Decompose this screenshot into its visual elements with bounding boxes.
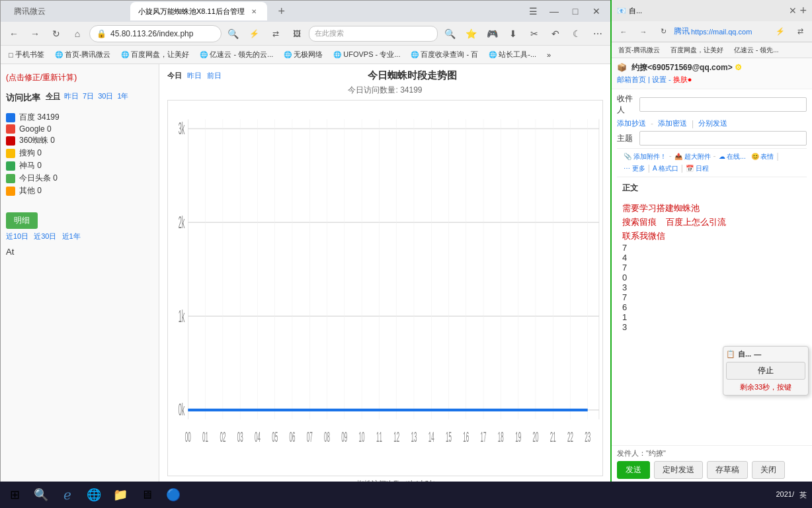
- near-tab-30[interactable]: 近30日: [34, 232, 56, 241]
- bookmark-mobile[interactable]: □ 手机书签: [5, 48, 48, 61]
- ext-icon-1[interactable]: ⚡: [245, 24, 264, 43]
- qq-forward-btn[interactable]: →: [634, 22, 653, 41]
- win-min-icon[interactable]: —: [545, 2, 563, 21]
- home-button[interactable]: ⌂: [68, 24, 87, 43]
- undo-icon[interactable]: ↶: [546, 24, 565, 43]
- tab-close-icon[interactable]: ✕: [249, 6, 259, 17]
- cc-link[interactable]: 添加抄送: [617, 118, 646, 128]
- translate-icon[interactable]: ⇄: [266, 24, 285, 43]
- qq-lightning-icon[interactable]: ⚡: [771, 22, 790, 41]
- qq-tab-add-icon[interactable]: +: [799, 4, 807, 18]
- qq-address-bar[interactable]: https://mail.qq.com: [691, 28, 770, 36]
- address-bar[interactable]: 🔒 45.80.113.26/index.php: [89, 25, 222, 42]
- at-text: At: [6, 247, 153, 257]
- date-tab-7[interactable]: 7日: [83, 91, 94, 101]
- taskbar-ie[interactable]: ℯ: [56, 483, 79, 507]
- skin-link[interactable]: 换肤●: [673, 75, 692, 83]
- address-text: 45.80.113.26/index.php: [110, 29, 193, 38]
- auto-type-stop-button[interactable]: 停止: [726, 362, 805, 380]
- win-close-icon[interactable]: ✕: [587, 2, 606, 21]
- settings-link[interactable]: 设置: [652, 75, 667, 83]
- super-attach-btn[interactable]: 📤 超大附件: [673, 151, 712, 162]
- download-icon[interactable]: ⬇: [504, 24, 522, 43]
- taskbar-explorer[interactable]: 📁: [108, 483, 132, 507]
- qq-back-btn[interactable]: ←: [614, 22, 633, 41]
- separate-link[interactable]: 分别发送: [698, 118, 727, 128]
- qq-tab-close-icon[interactable]: ✕: [789, 5, 797, 16]
- detail-button[interactable]: 明细: [6, 212, 38, 229]
- bookmark-yisu[interactable]: 🌐 亿速云 - 领先的云...: [196, 48, 277, 61]
- to-input[interactable]: [639, 97, 807, 112]
- chart-tab-yesterday[interactable]: 昨日: [187, 71, 202, 81]
- tab-tencent-cloud[interactable]: 腾讯微云: [6, 2, 125, 21]
- taskbar-app2[interactable]: 🔵: [161, 483, 185, 507]
- menu-icon[interactable]: ⋯: [589, 24, 607, 43]
- chart-container: 3k 2k 1k 0k: [167, 100, 603, 476]
- legend-color-baidu: [6, 113, 15, 122]
- user-avatar: 📦: [617, 63, 627, 72]
- chart-tab-before[interactable]: 前日: [207, 71, 222, 81]
- search-field[interactable]: 在此搜索: [309, 26, 438, 42]
- search-button[interactable]: 🔍: [224, 24, 243, 43]
- compose-body[interactable]: 需要学习搭建蜘蛛池 搜索留痕 百度上怎么引流 联系我微信 7 4 7 0 3 7…: [617, 199, 807, 441]
- more-btn[interactable]: ⋯ 更多: [622, 163, 647, 174]
- send-button[interactable]: 发送: [617, 461, 650, 479]
- win-max-icon[interactable]: □: [566, 2, 585, 21]
- win-menu-icon[interactable]: ☰: [524, 2, 542, 21]
- date-tab-1y[interactable]: 1年: [117, 91, 128, 101]
- bookmark-more[interactable]: »: [543, 50, 555, 60]
- qq-nav-icon[interactable]: ⇄: [791, 22, 809, 41]
- ext-icon-5[interactable]: 🎮: [483, 24, 501, 43]
- qq-refresh-btn[interactable]: ↻: [654, 22, 672, 41]
- chart-tab-today[interactable]: 今日: [167, 71, 182, 81]
- ext-icon-4[interactable]: ⭐: [462, 24, 480, 43]
- bookmark-webmaster[interactable]: 🌐 站长工具-...: [485, 48, 540, 61]
- date-tab-today[interactable]: 今日: [46, 91, 60, 101]
- save-draft-button[interactable]: 存草稿: [707, 461, 748, 479]
- qq-bookmark-pan[interactable]: 百度网盘，让美好: [667, 44, 727, 56]
- calendar-btn[interactable]: 📅 日程: [684, 163, 710, 174]
- taskbar-search[interactable]: 🔍: [29, 483, 53, 507]
- near-tab-1y[interactable]: 近1年: [62, 232, 81, 241]
- svg-text:12: 12: [393, 429, 399, 445]
- svg-text:04: 04: [255, 429, 261, 445]
- legend-label-360: 360蜘蛛 0: [19, 135, 55, 146]
- attach-btn[interactable]: 📎 添加附件！: [622, 151, 668, 162]
- close-button[interactable]: 关闭: [752, 461, 785, 479]
- date-tab-30[interactable]: 30日: [98, 91, 113, 101]
- format-btn[interactable]: A 格式口: [651, 163, 680, 174]
- bcc-link[interactable]: 添加密送: [658, 118, 687, 128]
- date-tab-yesterday[interactable]: 昨日: [64, 91, 79, 101]
- qq-tab-label: 自...: [629, 6, 642, 16]
- legend-toutiao: 今日头条 0: [6, 173, 153, 184]
- online-btn[interactable]: ☁ 在线...: [717, 151, 747, 162]
- bookmark-wuji[interactable]: 🌐 无极网络: [280, 48, 327, 61]
- tab-spider-admin[interactable]: 小旋风万能蜘蛛池X8.11后台管理 ✕: [130, 2, 267, 21]
- forward-button[interactable]: →: [26, 24, 44, 43]
- search-submit-icon[interactable]: 🔍: [440, 24, 459, 43]
- emoji-btn[interactable]: 😊 表情: [750, 151, 776, 162]
- near-tab-10[interactable]: 近10日: [6, 232, 28, 241]
- taskbar-app1[interactable]: 🖥: [135, 483, 159, 507]
- back-button[interactable]: ←: [5, 24, 23, 43]
- bookmark-baidu-pan[interactable]: 🌐 百度网盘，让美好: [117, 48, 193, 61]
- ext-icon-3[interactable]: 🖼: [288, 24, 306, 43]
- bookmark-tencent-cloud[interactable]: 🌐 首页-腾讯微云: [51, 48, 115, 61]
- visit-ratio-title: 访问比率: [6, 92, 40, 104]
- new-tab-button[interactable]: +: [272, 2, 291, 21]
- dark-mode-icon[interactable]: ☾: [567, 24, 586, 43]
- record-link[interactable]: (点击修正/重新计算): [6, 69, 153, 86]
- qq-bookmark-cloud[interactable]: 首页-腾讯微云: [614, 44, 664, 56]
- refresh-button[interactable]: ↻: [47, 24, 65, 43]
- svg-text:13: 13: [411, 429, 417, 445]
- bookmark-baidu-index[interactable]: 🌐 百度收录查询 - 百: [407, 48, 482, 61]
- subject-input[interactable]: [639, 131, 807, 146]
- qq-content: 📦 约撩<690571569@qq.com> ⚙ 邮箱首页 | 设置 - 换肤●…: [612, 58, 812, 482]
- cut-icon[interactable]: ✂: [525, 24, 544, 43]
- bookmark-ufovps[interactable]: 🌐 UFOVPS - 专业...: [329, 48, 404, 61]
- qq-bookmark-yisu[interactable]: 亿速云 - 领先...: [730, 44, 782, 56]
- taskbar-edge[interactable]: 🌐: [82, 483, 106, 507]
- mailbox-home-link[interactable]: 邮箱首页: [617, 75, 646, 83]
- taskbar-start[interactable]: ⊞: [3, 483, 26, 507]
- timed-send-button[interactable]: 定时发送: [654, 461, 703, 479]
